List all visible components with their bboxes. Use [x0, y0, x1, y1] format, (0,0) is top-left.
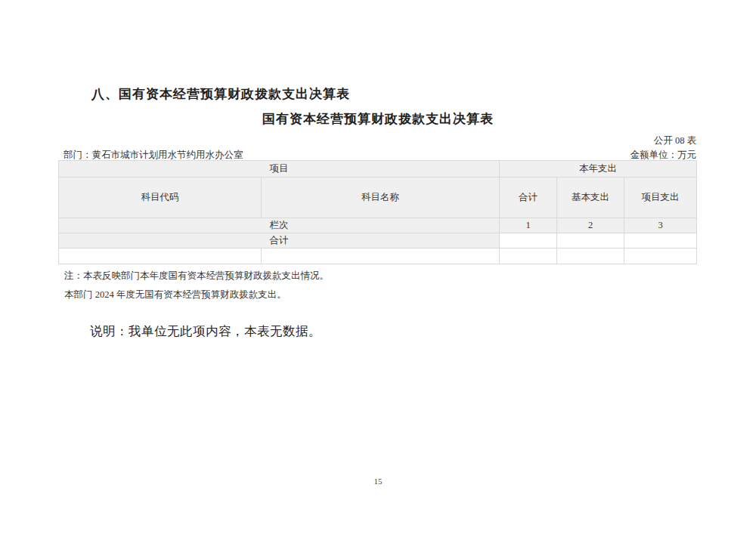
empty-cell-project	[624, 248, 697, 264]
header-cell-subject-name: 科目名称	[262, 177, 500, 218]
empty-cell-subject-code	[59, 248, 262, 264]
header-cell-year-expenditure-group: 本年支出	[500, 161, 697, 177]
page-number: 15	[0, 477, 756, 486]
no-expenditure-note: 本部门 2024 年度无国有资本经营预算财政拨款支出。	[64, 289, 287, 301]
table-code: 公开 08 表	[631, 134, 697, 148]
table-note: 注：本表反映部门本年度国有资本经营预算财政拨款支出情况。	[64, 270, 329, 282]
lanci-label-cell: 栏次	[59, 218, 500, 233]
table-title: 国有资本经营预算财政拨款支出决算表	[59, 110, 697, 128]
lanci-cell-2: 2	[557, 218, 624, 233]
table-row-total: 合计	[59, 233, 697, 248]
empty-cell-subject-name	[262, 248, 500, 264]
header-cell-project-group: 项目	[59, 161, 500, 177]
budget-table: 项目 本年支出 科目代码 科目名称 合计 基本支出 项目支出 栏次 1 2 3 …	[58, 160, 697, 264]
header-cell-project-expenditure: 项目支出	[624, 177, 697, 218]
total-label-cell: 合计	[59, 233, 500, 248]
total-value-cell-2	[557, 233, 624, 248]
header-cell-subject-code: 科目代码	[59, 177, 262, 218]
table-row-group-header: 项目 本年支出	[59, 161, 697, 177]
explanation-statement: 说明：我单位无此项内容，本表无数据。	[90, 323, 321, 340]
header-cell-total: 合计	[500, 177, 557, 218]
table-meta: 公开 08 表 金额单位：万元	[631, 134, 697, 162]
section-heading: 八、国有资本经营预算财政拨款支出决算表	[91, 85, 350, 103]
document-page: 八、国有资本经营预算财政拨款支出决算表 国有资本经营预算财政拨款支出决算表 公开…	[0, 0, 756, 534]
lanci-cell-1: 1	[500, 218, 557, 233]
table-row-empty	[59, 248, 697, 264]
total-value-cell-3	[624, 233, 697, 248]
empty-cell-basic	[557, 248, 624, 264]
table-row-column-header: 科目代码 科目名称 合计 基本支出 项目支出	[59, 177, 697, 218]
header-cell-basic-expenditure: 基本支出	[557, 177, 624, 218]
empty-cell-total	[500, 248, 557, 264]
lanci-cell-3: 3	[624, 218, 697, 233]
table-row-column-index: 栏次 1 2 3	[59, 218, 697, 233]
total-value-cell-1	[500, 233, 557, 248]
